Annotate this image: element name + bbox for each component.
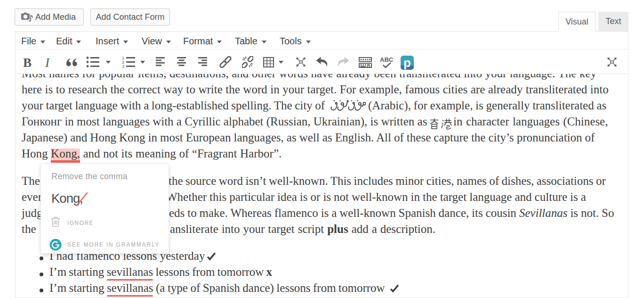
svg-text:p: p: [403, 56, 411, 70]
svg-text:3: 3: [122, 64, 124, 68]
